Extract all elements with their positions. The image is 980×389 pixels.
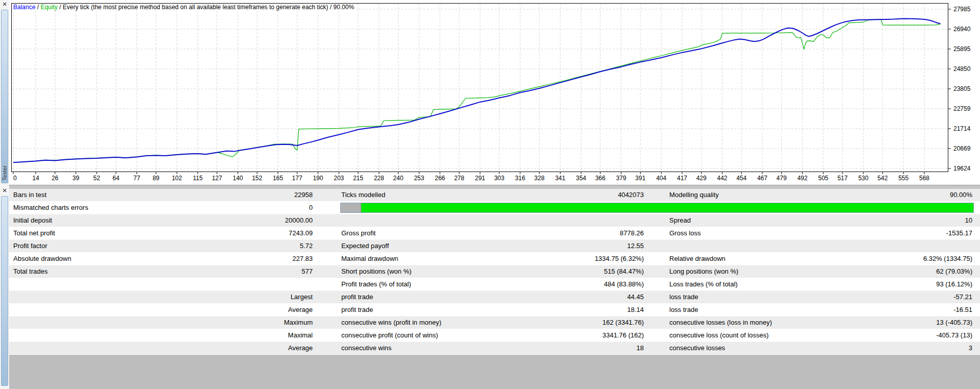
modelling-quality-bar bbox=[340, 203, 974, 213]
x-axis-label: 542 bbox=[877, 175, 888, 182]
balance-equity-chart[interactable]: 0142639526477891021151271401521651771902… bbox=[9, 0, 980, 185]
background-area bbox=[9, 355, 980, 389]
y-axis-label: 26940 bbox=[953, 26, 971, 33]
row-value-1: Largest bbox=[291, 291, 313, 303]
x-axis-label: 64 bbox=[112, 175, 120, 182]
row-label-2: Maximal drawdown bbox=[341, 253, 398, 265]
x-axis-label: 517 bbox=[837, 175, 848, 182]
row-label-1: Total trades bbox=[13, 265, 48, 278]
x-axis-label: 379 bbox=[616, 175, 626, 182]
y-axis-label: 25895 bbox=[953, 45, 971, 53]
row-label-3: consecutive losses (loss in money) bbox=[669, 317, 772, 329]
row-label-2: consecutive wins (profit in money) bbox=[341, 317, 441, 329]
row-label-3: Relative drawdown bbox=[669, 253, 726, 265]
row-value-1: Maximum bbox=[284, 317, 313, 329]
x-axis-label: 127 bbox=[212, 175, 222, 182]
tester-panel-close-icon[interactable]: ✕ bbox=[1, 1, 8, 8]
row-label-3: loss trade bbox=[669, 304, 698, 316]
x-axis-label: 291 bbox=[475, 175, 485, 182]
row-value-2: 12.55 bbox=[627, 240, 644, 252]
x-axis-label: 479 bbox=[777, 175, 787, 182]
results-panel-strip[interactable] bbox=[1, 196, 8, 386]
x-axis-label: 366 bbox=[595, 175, 605, 182]
table-row: Absolute drawdown 227.83 Maximal drawdow… bbox=[9, 253, 980, 265]
x-axis-label: 152 bbox=[252, 175, 262, 182]
row-value-1: 577 bbox=[301, 265, 313, 278]
x-axis-label: 341 bbox=[555, 175, 565, 182]
row-value-2: 484 (83.88%) bbox=[604, 278, 644, 290]
x-axis-label: 140 bbox=[232, 175, 243, 182]
x-axis-label: 530 bbox=[858, 175, 869, 182]
row-label-2: consecutive wins bbox=[341, 342, 391, 354]
x-axis-label: 52 bbox=[94, 175, 101, 182]
row-value-2: 1334.75 (6.32%) bbox=[595, 253, 644, 265]
table-row: Total net profit 7243.09 Gross profit 87… bbox=[9, 227, 980, 240]
x-axis-label: 417 bbox=[677, 175, 687, 182]
row-value-2: 3341.76 (162) bbox=[602, 329, 644, 342]
y-axis-label: 21714 bbox=[953, 125, 971, 132]
table-row: Mismatched charts errors 0 bbox=[9, 202, 980, 214]
row-value-1: 22958 bbox=[294, 189, 313, 201]
results-panel-close-icon[interactable]: ✕ bbox=[1, 187, 8, 195]
row-label-3: Loss trades (% of total) bbox=[669, 278, 738, 290]
row-value-3: 13 (-405.73) bbox=[936, 317, 972, 329]
panel-splitter[interactable] bbox=[9, 185, 980, 189]
x-axis-label: 102 bbox=[172, 175, 182, 182]
x-axis-label: 177 bbox=[292, 175, 302, 182]
row-label-2: Gross profit bbox=[341, 227, 376, 239]
x-axis-label: 165 bbox=[273, 175, 283, 182]
row-value-3: -16.51 bbox=[953, 304, 972, 316]
row-value-1: Average bbox=[288, 304, 313, 316]
strategy-tester-window: ✕ Tester ✕ 01426395264778910211512714015… bbox=[0, 0, 980, 389]
x-axis-label: 115 bbox=[193, 175, 202, 182]
row-label-2: Ticks modelled bbox=[341, 189, 385, 201]
y-axis-label: 22759 bbox=[953, 105, 971, 112]
row-value-3: 10 bbox=[965, 214, 972, 227]
row-label-2: Short positions (won %) bbox=[341, 265, 411, 278]
row-label-3: loss trade bbox=[669, 291, 698, 303]
x-axis-label: 240 bbox=[393, 175, 403, 182]
row-value-1: 5.72 bbox=[300, 240, 313, 252]
row-label-2: consecutive profit (count of wins) bbox=[341, 329, 438, 342]
x-axis-label: 429 bbox=[696, 175, 707, 182]
balance-legend-label: Balance bbox=[13, 4, 35, 11]
table-row: Bars in test 22958 Ticks modelled 404207… bbox=[9, 189, 980, 202]
row-label-3: consecutive losses bbox=[669, 342, 725, 354]
x-axis-label: 568 bbox=[919, 175, 929, 182]
y-axis-label: 20669 bbox=[953, 145, 971, 152]
row-value-1: 7243.09 bbox=[289, 227, 313, 239]
results-table: Bars in test 22958 Ticks modelled 404207… bbox=[9, 189, 980, 355]
x-axis-label: 354 bbox=[576, 175, 586, 182]
tester-panel-strip[interactable]: Tester bbox=[1, 10, 8, 183]
row-value-3: 90.00% bbox=[950, 189, 972, 201]
x-axis-label: 77 bbox=[133, 175, 141, 182]
left-rail: ✕ Tester ✕ bbox=[0, 0, 9, 389]
legend-separator: / bbox=[58, 4, 63, 11]
balance-chart-panel: 0142639526477891021151271401521651771902… bbox=[9, 0, 980, 185]
equity-line bbox=[13, 19, 940, 163]
row-label-1: Total net profit bbox=[13, 227, 55, 239]
row-label-3: Long positions (won %) bbox=[669, 265, 738, 278]
row-value-3: -57.21 bbox=[953, 291, 972, 303]
row-label-3: Modelling quality bbox=[669, 189, 719, 201]
row-value-3: 3 bbox=[969, 342, 972, 354]
row-value-2: 8778.26 bbox=[620, 227, 644, 239]
x-axis-label: 190 bbox=[313, 175, 323, 182]
x-axis-label: 215 bbox=[353, 175, 363, 182]
row-value-2: 515 (84.47%) bbox=[604, 265, 644, 278]
table-row: Maximum consecutive wins (profit in mone… bbox=[9, 317, 980, 329]
quality-bar-gray-segment bbox=[341, 203, 361, 212]
x-axis-label: 89 bbox=[153, 175, 160, 182]
y-axis-label: 19624 bbox=[953, 165, 971, 172]
row-value-2: 162 (3341.76) bbox=[602, 317, 644, 329]
x-axis-label: 442 bbox=[717, 175, 727, 182]
x-axis-label: 467 bbox=[757, 175, 767, 182]
legend-description: Every tick (the most precise method base… bbox=[63, 4, 354, 11]
row-value-3: 6.32% (1334.75) bbox=[923, 253, 972, 265]
x-axis-label: 316 bbox=[515, 175, 525, 182]
row-value-3: -1535.17 bbox=[946, 227, 972, 239]
x-axis-label: 266 bbox=[435, 175, 445, 182]
row-label-1: Initial deposit bbox=[13, 214, 52, 227]
table-row: Total trades 577 Short positions (won %)… bbox=[9, 265, 980, 278]
row-value-1: 227.83 bbox=[292, 253, 313, 265]
